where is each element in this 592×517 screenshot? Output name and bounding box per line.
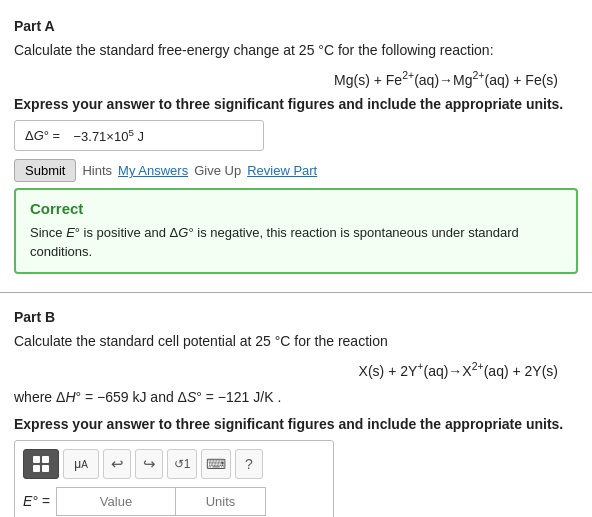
part-b-section: Part B Calculate the standard cell poten…	[0, 301, 592, 517]
answer-box-a: ΔG° = −3.71×105 J	[14, 120, 264, 151]
answer-value-a: −3.71×105 J	[66, 127, 144, 144]
value-input-b[interactable]	[56, 487, 176, 516]
input-area-b: μA ↩ ↪ ↺1 ⌨ ? E° =	[14, 440, 334, 517]
part-a-section: Part A Calculate the standard free-energ…	[0, 10, 592, 284]
svg-rect-3	[42, 465, 49, 472]
svg-rect-1	[42, 456, 49, 463]
reaction-a: Mg(s) + Fe2+(aq)→Mg2+(aq) + Fe(s)	[14, 69, 578, 88]
toolbar-b: μA ↩ ↪ ↺1 ⌨ ?	[23, 449, 325, 479]
section-divider	[0, 292, 592, 293]
delta-g-label: ΔG° =	[25, 128, 60, 143]
value-units-row: E° =	[23, 487, 325, 516]
mu-alpha-icon[interactable]: μA	[63, 449, 99, 479]
part-a-problem: Calculate the standard free-energy chang…	[14, 40, 578, 61]
review-part-button-a[interactable]: Review Part	[247, 163, 317, 178]
part-a-problem-text: Calculate the standard free-energy chang…	[14, 42, 494, 58]
undo-icon[interactable]: ↩	[103, 449, 131, 479]
give-up-label-a: Give Up	[194, 163, 241, 178]
svg-rect-2	[33, 465, 40, 472]
correct-text-a: Since E° is positive and ΔG° is negative…	[30, 223, 562, 262]
part-b-problem: Calculate the standard cell potential at…	[14, 331, 578, 352]
refresh-icon[interactable]: ↺1	[167, 449, 197, 479]
correct-title-a: Correct	[30, 200, 562, 217]
toolbar-a: Submit Hints My Answers Give Up Review P…	[14, 159, 578, 182]
svg-rect-0	[33, 456, 40, 463]
part-a-title: Part A	[14, 18, 578, 34]
submit-button-a[interactable]: Submit	[14, 159, 76, 182]
hints-label-a: Hints	[82, 163, 112, 178]
e-label-b: E° =	[23, 493, 50, 509]
grid-icon[interactable]	[23, 449, 59, 479]
part-b-title: Part B	[14, 309, 578, 325]
part-b-instruction: Express your answer to three significant…	[14, 416, 578, 432]
correct-box-a: Correct Since E° is positive and ΔG° is …	[14, 188, 578, 274]
help-icon[interactable]: ?	[235, 449, 263, 479]
keyboard-icon[interactable]: ⌨	[201, 449, 231, 479]
part-a-instruction: Express your answer to three significant…	[14, 96, 578, 112]
reaction-b: X(s) + 2Y+(aq)→X2+(aq) + 2Y(s)	[14, 360, 578, 379]
redo-icon[interactable]: ↪	[135, 449, 163, 479]
part-b-where: where ΔH° = −659 kJ and ΔS° = −121 J/K .	[14, 387, 578, 408]
units-input-b[interactable]	[176, 487, 266, 516]
my-answers-button-a[interactable]: My Answers	[118, 163, 188, 178]
